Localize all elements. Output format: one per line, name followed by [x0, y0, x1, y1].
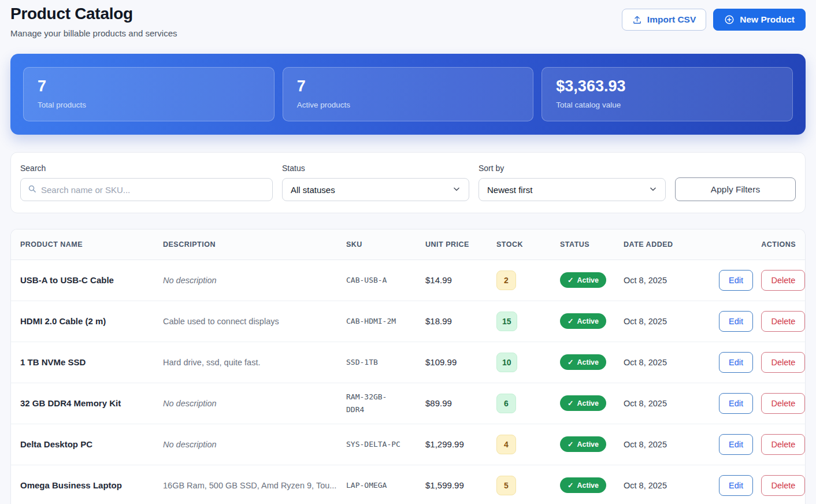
stat-label: Total catalog value: [556, 101, 778, 109]
product-stock-cell: 6: [487, 383, 551, 424]
sort-select-value: Newest first: [487, 185, 532, 195]
plus-circle-icon: [724, 14, 735, 25]
check-icon: ✓: [568, 358, 573, 366]
product-price: $89.99: [416, 383, 487, 424]
edit-button[interactable]: Edit: [719, 270, 753, 291]
product-status-cell: ✓ Active: [551, 424, 614, 465]
page-header: Product Catalog Manage your billable pro…: [10, 0, 806, 38]
status-label: Active: [577, 399, 599, 407]
new-product-button[interactable]: New Product: [713, 9, 806, 31]
column-header-stock: STOCK: [487, 229, 551, 260]
delete-button[interactable]: Delete: [761, 352, 805, 373]
products-table: PRODUCT NAME DESCRIPTION SKU UNIT PRICE …: [11, 229, 805, 504]
date-added: Oct 8, 2025: [614, 383, 704, 424]
status-badge: ✓ Active: [560, 395, 606, 411]
chevron-down-icon: [452, 185, 461, 195]
column-header-actions: ACTIONS: [704, 229, 805, 260]
row-actions: Edit Delete: [704, 383, 805, 424]
edit-button[interactable]: Edit: [719, 393, 753, 414]
import-csv-button[interactable]: Import CSV: [622, 9, 706, 31]
sort-select[interactable]: Newest first: [479, 178, 666, 201]
product-stock-cell: 4: [487, 424, 551, 465]
status-badge: ✓ Active: [560, 272, 606, 288]
product-description: Hard drive, ssd, quite fast.: [154, 342, 337, 383]
status-select[interactable]: All statuses: [282, 178, 469, 201]
date-added: Oct 8, 2025: [614, 424, 704, 465]
stock-badge: 6: [496, 394, 516, 413]
stat-label: Active products: [297, 101, 520, 109]
edit-button[interactable]: Edit: [719, 434, 753, 455]
column-header-status: STATUS: [551, 229, 614, 260]
chevron-down-icon: [649, 185, 657, 195]
product-description: 16GB Ram, 500 GB SSD, Amd Ryzen 9, Tou..…: [154, 465, 337, 504]
stat-card-total-products: 7 Total products: [23, 67, 275, 121]
product-stock-cell: 10: [487, 342, 551, 383]
product-name: 32 GB DDR4 Memory Kit: [11, 383, 154, 424]
check-icon: ✓: [568, 440, 573, 449]
column-header-date-added: DATE ADDED: [614, 229, 704, 260]
product-stock-cell: 15: [487, 301, 551, 342]
sort-field-group: Sort by Newest first: [479, 164, 666, 201]
product-description: No description: [154, 383, 337, 424]
upload-icon: [632, 15, 642, 25]
filters-panel: Search Status All statuses: [10, 152, 806, 213]
stat-card-active-products: 7 Active products: [283, 67, 534, 121]
edit-button[interactable]: Edit: [719, 352, 753, 373]
delete-button[interactable]: Delete: [761, 270, 805, 291]
product-sku: CAB-USB-A: [337, 260, 416, 301]
status-field-group: Status All statuses: [282, 164, 469, 201]
table-row: Delta Desktop PC No description SYS-DELT…: [11, 424, 805, 465]
edit-button[interactable]: Edit: [719, 475, 753, 496]
product-status-cell: ✓ Active: [551, 383, 614, 424]
search-input[interactable]: [41, 185, 265, 195]
new-product-label: New Product: [740, 14, 795, 25]
delete-button[interactable]: Delete: [761, 393, 805, 414]
table-row: 32 GB DDR4 Memory Kit No description RAM…: [11, 383, 805, 424]
apply-filters-button[interactable]: Apply Filters: [675, 177, 796, 201]
stat-card-catalog-value: $3,363.93 Total catalog value: [541, 67, 793, 121]
check-icon: ✓: [568, 481, 573, 490]
product-name: USB-A to USB-C Cable: [11, 260, 154, 301]
delete-button[interactable]: Delete: [761, 475, 805, 496]
page-subtitle: Manage your billable products and servic…: [10, 28, 177, 38]
product-status-cell: ✓ Active: [551, 465, 614, 504]
product-status-cell: ✓ Active: [551, 260, 614, 301]
product-price: $18.99: [416, 301, 487, 342]
product-status-cell: ✓ Active: [551, 342, 614, 383]
status-label: Active: [577, 358, 599, 366]
search-box: [20, 178, 273, 201]
status-label: Active: [577, 481, 599, 490]
date-added: Oct 8, 2025: [614, 342, 704, 383]
product-name: Delta Desktop PC: [11, 424, 154, 465]
check-icon: ✓: [568, 276, 573, 284]
stock-badge: 2: [496, 270, 516, 290]
date-added: Oct 8, 2025: [614, 260, 704, 301]
product-price: $14.99: [416, 260, 487, 301]
product-description: Cable used to connect displays: [154, 301, 337, 342]
product-sku: LAP-OMEGA: [337, 465, 416, 504]
status-badge: ✓ Active: [560, 436, 606, 452]
stat-value: 7: [297, 77, 520, 95]
status-label: Active: [577, 440, 599, 449]
product-stock-cell: 2: [487, 260, 551, 301]
product-name: HDMI 2.0 Cable (2 m): [11, 301, 154, 342]
stock-badge: 4: [496, 435, 516, 454]
table-row: USB-A to USB-C Cable No description CAB-…: [11, 260, 805, 301]
product-catalog-page: Product Catalog Manage your billable pro…: [0, 0, 816, 504]
row-actions: Edit Delete: [704, 260, 805, 301]
stats-banner: 7 Total products 7 Active products $3,36…: [10, 54, 806, 135]
edit-button[interactable]: Edit: [719, 311, 753, 332]
row-actions: Edit Delete: [704, 424, 805, 465]
row-actions: Edit Delete: [704, 465, 805, 504]
delete-button[interactable]: Delete: [761, 311, 805, 332]
column-header-unit-price: UNIT PRICE: [416, 229, 487, 260]
status-badge: ✓ Active: [560, 477, 606, 493]
product-sku: CAB-HDMI-2M: [337, 301, 416, 342]
products-table-card: PRODUCT NAME DESCRIPTION SKU UNIT PRICE …: [10, 229, 806, 504]
search-label: Search: [20, 164, 273, 173]
delete-button[interactable]: Delete: [761, 434, 805, 455]
stat-value: 7: [38, 77, 260, 95]
check-icon: ✓: [568, 317, 573, 325]
product-name: 1 TB NVMe SSD: [11, 342, 154, 383]
product-sku: SSD-1TB: [337, 342, 416, 383]
